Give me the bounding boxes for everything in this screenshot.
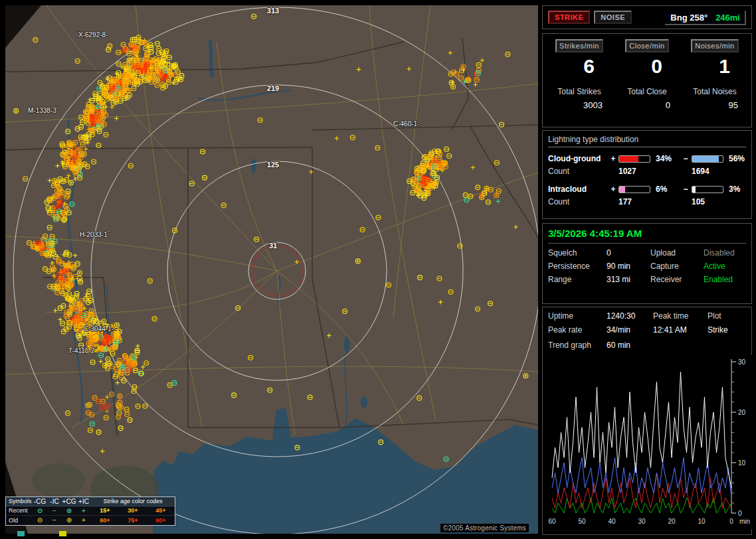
- svg-text:C-460-1-: C-460-1-: [393, 120, 419, 127]
- close-column: Close/min 0 Total Close 0: [616, 38, 678, 110]
- peak-rate-value: 34/min: [607, 325, 653, 335]
- cg-plus-gauge: [618, 155, 650, 163]
- noises-per-min-button[interactable]: Noises/min: [691, 39, 738, 52]
- minus-sign: −: [680, 154, 692, 163]
- dock-swatch-teal: [17, 531, 25, 536]
- lightning-map[interactable]: 31321912531 X-6292-8-M-1338-3ˇC-460-1-H-…: [5, 5, 538, 534]
- total-close-label: Total Close: [616, 87, 678, 96]
- trend-window-value: 60 min: [607, 341, 746, 350]
- persistence-label: Persistence: [548, 262, 607, 271]
- ic-plus-gauge: [618, 186, 650, 193]
- cg-plus-percent: 34%: [653, 154, 680, 163]
- cg-plus-count: 1027: [618, 167, 653, 176]
- svg-text:0: 0: [738, 510, 742, 517]
- cg-minus-percent: 56%: [726, 154, 753, 163]
- cloud-ground-counts: Count 1027 1694: [548, 165, 746, 178]
- noises-per-min-value: 1: [684, 55, 746, 83]
- svg-text:M-1338-3ˇ: M-1338-3ˇ: [28, 107, 59, 114]
- svg-text:30: 30: [738, 358, 746, 366]
- datetime-display: 3/5/2026 4:45:19 AM: [548, 228, 746, 244]
- signal-toolbar: STRIKE NOISE Bng 258° 246mi: [542, 5, 752, 29]
- ic-minus-percent: 3%: [726, 185, 753, 194]
- strikes-per-min-value: 6: [548, 55, 611, 83]
- close-per-min-button[interactable]: Close/min: [625, 39, 668, 52]
- legend-row-old: Old⊖−⊕+60+75+90+: [6, 516, 175, 525]
- persistence-value: 90 min: [607, 262, 650, 271]
- dock-swatch-yellow: [59, 531, 66, 536]
- upload-label: Upload: [650, 248, 704, 258]
- bearing-value: Bng 258°: [670, 13, 708, 23]
- trend-graph: 01020306050403020100min: [548, 355, 754, 529]
- legend-row-recent: Recent⊖−⊕+15+30+45+: [6, 506, 175, 516]
- map-legend: Symbols-CG-IC+CG+ICStrike age color code…: [5, 497, 175, 526]
- peak-rate-label: Peak rate: [548, 325, 607, 335]
- svg-text:min: min: [739, 518, 750, 525]
- ic-plus-percent: 6%: [653, 185, 680, 194]
- intracloud-counts: Count 177 105: [548, 195, 746, 208]
- uptime-value: 1240:30: [607, 311, 653, 321]
- total-strikes-value: 3003: [548, 100, 611, 110]
- uptime-label: Uptime: [548, 311, 607, 321]
- svg-text:C-3044-1-: C-3044-1-: [84, 325, 114, 333]
- cloud-ground-label: Cloud-ground: [548, 154, 608, 163]
- svg-text:219: 219: [267, 84, 279, 92]
- svg-text:T-4110-2ˇ: T-4110-2ˇ: [68, 347, 97, 354]
- total-close-value: 0: [616, 100, 678, 110]
- cloud-ground-row: Cloud-ground + 34% − 56%: [548, 153, 746, 165]
- squelch-label: Squelch: [548, 248, 607, 258]
- svg-text:X-6292-8-: X-6292-8-: [78, 31, 108, 38]
- svg-text:50: 50: [578, 518, 586, 525]
- svg-text:20: 20: [738, 409, 746, 416]
- intracloud-row: Intracloud + 6% − 3%: [548, 183, 746, 195]
- plot-label: Plot: [708, 311, 746, 321]
- legend-header: Symbols-CG-IC+CG+ICStrike age color code…: [6, 497, 175, 506]
- range-value: 313 mi: [607, 275, 650, 284]
- trend-graph-label: Trend graph: [548, 341, 607, 350]
- svg-text:0: 0: [729, 518, 733, 525]
- ic-minus-gauge: [692, 186, 723, 193]
- ic-plus-count: 177: [618, 197, 653, 206]
- strike-button[interactable]: STRIKE: [548, 11, 590, 24]
- peak-time-label: Peak time: [653, 311, 708, 321]
- squelch-value: 0: [607, 248, 650, 258]
- count-label: Count: [548, 167, 608, 176]
- bearing-indicator: Bng 258° 246mi: [664, 10, 746, 25]
- bearing-distance: 246mi: [715, 13, 740, 23]
- svg-text:31: 31: [269, 242, 277, 250]
- range-label: Range: [548, 275, 607, 284]
- svg-text:313: 313: [267, 7, 279, 15]
- plus-sign: +: [608, 185, 618, 194]
- close-per-min-value: 0: [616, 55, 678, 83]
- intracloud-label: Intracloud: [548, 185, 608, 194]
- distribution-title: Lightning type distribution: [548, 135, 746, 147]
- noises-column: Noises/min 1 Total Noises 95: [684, 38, 746, 110]
- status-panel: 3/5/2026 4:45:19 AM Squelch 0 Upload Dis…: [542, 223, 752, 304]
- receiver-status: Enabled: [704, 275, 746, 284]
- upload-status: Disabled: [704, 248, 746, 258]
- swamp-patch: [32, 463, 85, 498]
- svg-text:125: 125: [267, 161, 279, 169]
- receiver-label: Receiver: [650, 275, 704, 284]
- cg-minus-gauge: [692, 155, 723, 163]
- ic-minus-count: 105: [692, 197, 726, 206]
- strikes-per-min-button[interactable]: Strikes/min: [555, 39, 603, 52]
- svg-text:40: 40: [608, 518, 616, 525]
- noise-button[interactable]: NOISE: [594, 11, 632, 24]
- total-noises-label: Total Noises: [684, 87, 746, 96]
- rate-counters: Strikes/min 6 Total Strikes 3003 Close/m…: [542, 33, 752, 127]
- count-label: Count: [548, 197, 608, 206]
- svg-text:10: 10: [738, 459, 746, 467]
- cg-minus-count: 1694: [692, 167, 726, 176]
- copyright-text: ©2005 Astrogenic Systems: [440, 524, 529, 532]
- capture-status: Active: [704, 262, 746, 271]
- control-panel: STRIKE NOISE Bng 258° 246mi Strikes/min …: [542, 0, 753, 539]
- svg-text:20: 20: [668, 518, 676, 525]
- map-display[interactable]: 31321912531 X-6292-8-M-1338-3ˇC-460-1-H-…: [5, 5, 538, 534]
- plus-sign: +: [608, 154, 618, 163]
- peak-time-value: 12:41 AM: [653, 325, 708, 335]
- total-noises-value: 95: [684, 100, 746, 110]
- strikes-column: Strikes/min 6 Total Strikes 3003: [548, 38, 611, 110]
- svg-text:60: 60: [548, 518, 556, 525]
- svg-text:H-2033-1ˆ: H-2033-1ˆ: [80, 231, 110, 238]
- total-strikes-label: Total Strikes: [548, 87, 611, 96]
